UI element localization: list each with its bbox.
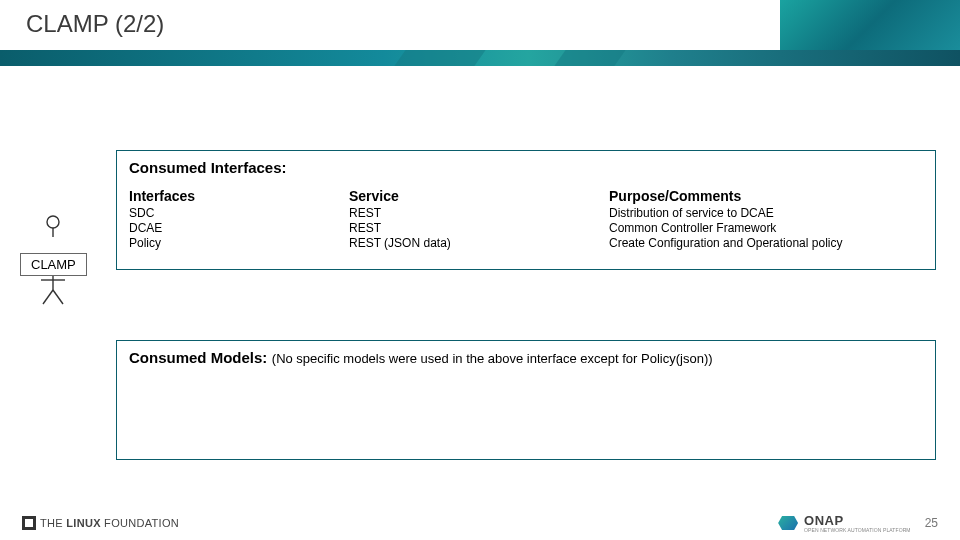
table-row: REST [349, 221, 609, 236]
lf-square-icon [22, 516, 36, 530]
consumed-interfaces-box: Consumed Interfaces: Interfaces SDC DCAE… [116, 150, 936, 270]
actor-label: CLAMP [20, 253, 87, 276]
table-row: Common Controller Framework [609, 221, 923, 236]
svg-line-4 [43, 290, 53, 304]
table-row: REST [349, 206, 609, 221]
table-row: SDC [129, 206, 349, 221]
linux-foundation-logo: THE LINUX FOUNDATION [22, 516, 179, 530]
lf-text: THE LINUX FOUNDATION [40, 517, 179, 529]
col-service-head: Service [349, 188, 609, 204]
page-number: 25 [925, 516, 938, 530]
col-interfaces-body: SDC DCAE Policy [129, 206, 349, 251]
onap-logo: ONAP OPEN NETWORK AUTOMATION PLATFORM [778, 513, 911, 533]
onap-hex-icon [778, 516, 798, 530]
table-row: Create Configuration and Operational pol… [609, 236, 923, 251]
onap-text: ONAP [804, 513, 911, 528]
consumed-models-heading: Consumed Models: [129, 349, 267, 366]
svg-point-0 [47, 216, 59, 228]
slide-title: CLAMP (2/2) [26, 10, 164, 38]
slide-header: CLAMP (2/2) [0, 0, 960, 60]
consumed-models-note: (No specific models were used in the abo… [272, 351, 713, 366]
slide-footer: THE LINUX FOUNDATION ONAP OPEN NETWORK A… [0, 506, 960, 540]
actor-clamp: CLAMP [20, 215, 87, 316]
consumed-models-box: Consumed Models: (No specific models wer… [116, 340, 936, 460]
col-purpose-head: Purpose/Comments [609, 188, 923, 204]
col-service-body: REST REST REST (JSON data) [349, 206, 609, 251]
col-interfaces-head: Interfaces [129, 188, 349, 204]
col-purpose-body: Distribution of service to DCAE Common C… [609, 206, 923, 251]
actor-icon-legs [35, 276, 71, 316]
table-row: REST (JSON data) [349, 236, 609, 251]
svg-line-5 [53, 290, 63, 304]
table-row: DCAE [129, 221, 349, 236]
consumed-interfaces-heading: Consumed Interfaces: [129, 159, 923, 176]
table-row: Distribution of service to DCAE [609, 206, 923, 221]
actor-icon [35, 215, 71, 255]
onap-subtitle: OPEN NETWORK AUTOMATION PLATFORM [804, 528, 911, 533]
table-row: Policy [129, 236, 349, 251]
